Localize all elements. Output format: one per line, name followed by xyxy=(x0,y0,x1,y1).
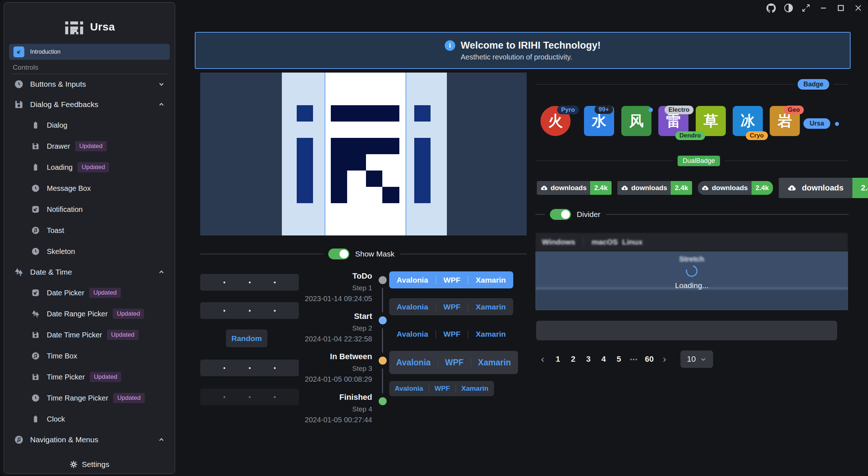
sidebar-item-introduction[interactable]: Introduction xyxy=(9,44,170,60)
divider-toggle[interactable] xyxy=(550,209,571,220)
show-mask-label: Show Mask xyxy=(355,250,395,258)
page-button-5[interactable]: 5 xyxy=(613,354,625,364)
loading-spinner xyxy=(684,263,700,279)
prev-page-button[interactable]: ‹ xyxy=(537,356,548,363)
fullscreen-icon[interactable] xyxy=(801,3,811,13)
timeline-dot-todo xyxy=(379,276,387,284)
element-char: 草 xyxy=(704,111,718,131)
sidebar-item-date-time-picker[interactable]: Date Time Picker Updated xyxy=(9,324,170,345)
sidebar-group-date-time[interactable]: Date & Time xyxy=(9,262,170,282)
timeline-step: Step 2 xyxy=(303,324,372,332)
page-size-select[interactable]: 10 xyxy=(680,350,713,368)
theme-toggle-icon[interactable] xyxy=(783,3,793,13)
wpf-button[interactable]: WPF xyxy=(444,330,461,338)
page-button-3[interactable]: 3 xyxy=(583,354,594,364)
sidebar-item-clock[interactable]: Clock xyxy=(9,409,170,430)
banner-title: Welcome to IRIHI Technology! xyxy=(461,40,601,51)
wpf-button[interactable]: WPF xyxy=(435,385,450,393)
sidebar-item-notification[interactable]: Notification xyxy=(9,199,170,220)
sidebar-group-buttons-inputs[interactable]: Buttons & Inputs xyxy=(9,74,170,94)
sidebar-item-time-picker[interactable]: Time Picker Updated xyxy=(9,366,170,387)
empty-input-box[interactable] xyxy=(536,321,837,340)
downloads-badge: downloads 2.4k xyxy=(537,181,612,195)
xamarin-button[interactable]: Xamarin xyxy=(478,358,511,368)
time-picker-input[interactable] xyxy=(200,302,299,319)
sidebar-item-date-range-picker[interactable]: Date Range Picker Updated xyxy=(9,303,170,324)
sidebar-item-date-picker[interactable]: Date Picker Updated xyxy=(9,282,170,303)
titlebar-controls xyxy=(766,3,863,13)
sidebar: Ursa Introduction Controls Buttons & Inp… xyxy=(4,2,175,474)
settings-label: Settings xyxy=(82,460,110,469)
avalonia-button[interactable]: Avalonia xyxy=(396,358,431,368)
downloads-badge: downloads 2.4k xyxy=(617,181,692,195)
page-button-last[interactable]: 60 xyxy=(643,354,655,364)
tab-macos[interactable]: macOS xyxy=(589,238,620,246)
button-group-solid: Avalonia WPF Xamarin xyxy=(389,271,513,288)
hero-separator-line xyxy=(406,73,406,235)
electro-badge: Electro xyxy=(665,106,694,114)
download-badges-row: downloads 2.4k downloads 2.4k downloads … xyxy=(537,178,868,198)
avalonia-button[interactable]: Avalonia xyxy=(397,276,428,284)
wpf-button[interactable]: WPF xyxy=(444,276,461,284)
clock-icon xyxy=(30,394,41,402)
divider-line xyxy=(400,254,527,254)
sidebar-item-drawer[interactable]: Drawer Updated xyxy=(9,136,170,157)
timeline-step: Step 4 xyxy=(303,405,372,413)
sidebar-group-navigation-menus[interactable]: Navigation & Menus xyxy=(9,430,170,450)
cloud-download-icon xyxy=(787,184,796,192)
arrow-square-icon xyxy=(30,289,41,297)
wpf-button[interactable]: WPF xyxy=(445,358,464,368)
xamarin-button[interactable]: Xamarin xyxy=(461,385,489,393)
tab-windows[interactable]: Windows xyxy=(540,238,577,246)
sidebar-item-message-box[interactable]: Message Box xyxy=(9,178,170,199)
time-picker-input[interactable] xyxy=(200,274,299,291)
chevron-down-icon xyxy=(700,356,707,362)
minimize-button[interactable] xyxy=(818,3,828,13)
xamarin-button[interactable]: Xamarin xyxy=(476,303,506,311)
music-note-icon xyxy=(13,435,24,444)
arrow-square-icon xyxy=(13,46,24,57)
divider-label: Divider xyxy=(577,210,600,219)
avalonia-button[interactable]: Avalonia xyxy=(395,385,423,393)
settings-button[interactable]: Settings xyxy=(4,455,175,473)
timeline-time: 2024-01-04 22:32:58 xyxy=(303,335,372,343)
xamarin-button[interactable]: Xamarin xyxy=(476,276,506,284)
timeline-title: Finished xyxy=(303,393,372,402)
wpf-button[interactable]: WPF xyxy=(444,303,461,311)
sidebar-item-loading[interactable]: Loading Updated xyxy=(9,157,170,178)
clock-icon xyxy=(30,247,41,256)
page-button-2[interactable]: 2 xyxy=(567,354,579,364)
arrow-square-icon xyxy=(30,205,41,213)
sidebar-item-time-box[interactable]: Time Box xyxy=(9,345,170,366)
time-picker-input-disabled xyxy=(200,389,299,405)
xamarin-button[interactable]: Xamarin xyxy=(476,330,506,338)
badge-section-divider: Badge xyxy=(535,79,849,89)
updated-badge: Updated xyxy=(107,330,138,340)
downloads-label: downloads xyxy=(631,184,667,192)
tab-linux[interactable]: Linux xyxy=(620,238,645,246)
sidebar-item-skeleton[interactable]: Skeleton xyxy=(9,241,170,262)
updated-badge: Updated xyxy=(90,372,121,382)
page-button-1[interactable]: 1 xyxy=(552,354,564,364)
floppy-icon xyxy=(30,331,41,339)
time-picker-input[interactable] xyxy=(200,360,299,376)
timeline-entry: In Between Step 3 2024-01-05 00:08:29 xyxy=(303,352,372,383)
avalonia-button[interactable]: Avalonia xyxy=(397,330,428,338)
next-page-button[interactable]: › xyxy=(659,356,670,363)
sidebar-group-dialog-feedbacks[interactable]: Dialog & Feedbacks xyxy=(9,94,170,115)
cloud-download-icon xyxy=(621,184,628,192)
info-icon: i xyxy=(445,40,455,51)
irihi-logo-icon xyxy=(64,17,84,37)
maximize-button[interactable] xyxy=(836,3,846,13)
github-icon[interactable] xyxy=(766,3,776,13)
random-button[interactable]: Random xyxy=(226,329,267,347)
cloud-download-icon xyxy=(540,184,548,192)
avalonia-button[interactable]: Avalonia xyxy=(397,303,428,311)
sidebar-item-dialog[interactable]: Dialog xyxy=(9,115,170,136)
show-mask-toggle[interactable] xyxy=(328,249,349,259)
sidebar-item-time-range-picker[interactable]: Time Range Picker Updated xyxy=(9,387,170,409)
sidebar-item-toast[interactable]: Toast xyxy=(9,220,170,241)
sidebar-section-label: Controls xyxy=(9,60,170,74)
close-button[interactable] xyxy=(853,3,863,13)
page-button-4[interactable]: 4 xyxy=(598,354,609,364)
